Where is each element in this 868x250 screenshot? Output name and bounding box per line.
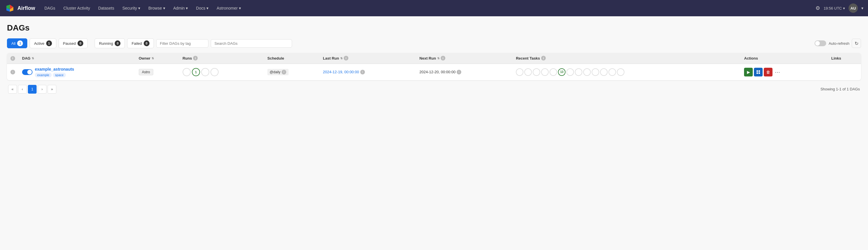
main-content: DAGs All 1 Active 1 Paused 0 Running 0 F… [0,16,868,98]
th-next-run: Next Run ⇅ i [416,53,513,64]
task-circle [592,68,599,76]
th-schedule: Schedule [264,53,319,64]
user-avatar[interactable]: AU [848,3,858,13]
schedule-badge: @daily i [267,69,288,75]
nextrun-sort-icon[interactable]: ⇅ [437,57,439,60]
svg-rect-7 [756,73,758,74]
th-dag: DAG ⇅ [19,53,135,64]
dag-sort-icon[interactable]: ⇅ [32,57,34,60]
nav-browse[interactable]: Browse ▾ [145,3,169,13]
avatar-chevron-icon[interactable]: ▾ [861,6,863,10]
pagination-page-1-button[interactable]: 1 [28,85,37,93]
docs-chevron-icon: ▾ [207,6,209,10]
pagination-prev-button[interactable]: ‹ [18,85,27,93]
admin-chevron-icon: ▾ [186,6,188,10]
task-circle [533,68,540,76]
last-run-link[interactable]: 2024-12-19, 00:00:00 i [323,70,412,75]
lastrun-info-icon[interactable]: i [344,56,348,60]
search-input[interactable] [211,39,292,48]
svg-rect-6 [758,71,760,72]
table-header-row: i DAG ⇅ Owner ⇅ Runs [7,53,861,64]
auto-refresh-toggle[interactable] [814,40,826,46]
pagination-first-button[interactable]: « [8,85,17,93]
filter-all-button[interactable]: All 1 [7,38,27,48]
nav-security[interactable]: Security ▾ [119,3,144,13]
row-info-icon[interactable]: i [10,70,15,75]
table-row: i example_astronauts examplespace Astro … [7,64,861,80]
last-run-cell: 2024-12-19, 00:00:00 i [319,64,416,80]
filter-active-button[interactable]: Active 1 [30,38,56,48]
auto-refresh-label: Auto-refresh [829,41,849,46]
brand-logo[interactable]: Airflow [5,3,35,13]
nav-astronomer[interactable]: Astronomer ▾ [213,3,244,13]
runs-cell: 1 [179,64,264,80]
header-info-icon[interactable]: i [10,56,15,61]
active-count-badge: 1 [46,40,52,46]
run-circle [211,68,219,76]
pagination: « ‹ 1 › » [8,85,56,93]
filter-running-button[interactable]: Running 0 [95,38,125,48]
filter-failed-button[interactable]: Failed 0 [127,38,154,48]
lastrun-sort-icon[interactable]: ⇅ [340,57,343,60]
pagination-next-button[interactable]: › [38,85,46,93]
task-circle: 13 [558,68,565,76]
next-run-cell: 2024-12-20, 00:00:00 i [416,64,513,80]
th-info: i [7,53,19,64]
filters-row: All 1 Active 1 Paused 0 Running 0 Failed… [7,38,861,48]
svg-rect-5 [756,71,758,72]
th-owner: Owner ⇅ [135,53,179,64]
task-circle [609,68,616,76]
dag-details-button[interactable] [754,68,763,77]
nav-admin[interactable]: Admin ▾ [170,3,192,13]
timezone-selector[interactable]: 19:56 UTC ▾ [824,6,845,10]
nextrun-info-icon[interactable]: i [441,56,445,60]
tag-filter-input[interactable] [156,39,209,48]
recent-tasks-cell: 13 [513,64,741,80]
task-circle [575,68,582,76]
task-circle [524,68,532,76]
nav-dags[interactable]: DAGs [41,3,59,13]
more-actions-button[interactable]: ⋯ [774,68,781,77]
page-title: DAGs [7,23,861,33]
browse-chevron-icon: ▾ [163,6,165,10]
next-run-text: 2024-12-20, 00:00:00 i [420,70,509,75]
dag-name-cell: example_astronauts examplespace [19,64,135,80]
svg-rect-8 [758,73,760,74]
nextrun-row-info-icon[interactable]: i [457,70,461,75]
refresh-button[interactable]: ↻ [852,39,861,48]
trigger-dag-button[interactable]: ▶ [744,68,753,77]
lastrun-row-info-icon[interactable]: i [360,70,365,75]
nav-docs[interactable]: Docs ▾ [192,3,212,13]
task-circle [583,68,591,76]
owner-cell: Astro [135,64,179,80]
owner-badge: Astro [139,69,153,75]
task-circle [600,68,608,76]
dag-toggle[interactable] [22,69,32,75]
pagination-last-button[interactable]: » [48,85,56,93]
recenttasks-info-icon[interactable]: i [541,56,546,60]
th-links: Links [828,53,861,64]
filter-paused-button[interactable]: Paused 0 [59,38,88,48]
pagination-area: « ‹ 1 › » Showing 1-1 of 1 DAGs [7,80,861,98]
nav-datasets[interactable]: Datasets [95,3,118,13]
schedule-info-icon[interactable]: i [282,70,286,75]
running-count-badge: 0 [115,40,121,46]
dag-name-link[interactable]: example_astronauts [35,67,74,72]
run-circle [183,68,191,76]
runs-info-icon[interactable]: i [193,56,198,60]
task-circle [516,68,523,76]
owner-sort-icon[interactable]: ⇅ [152,57,154,60]
task-circle [541,68,549,76]
actions-cell: ▶ 🗑 ⋯ [741,64,828,80]
nav-cluster-activity[interactable]: Cluster Activity [60,3,93,13]
auto-refresh-area: Auto-refresh ↻ [814,39,861,48]
task-circle [617,68,624,76]
dag-tag[interactable]: example [35,73,52,77]
delete-dag-button[interactable]: 🗑 [764,68,773,77]
dag-tag[interactable]: space [53,73,66,77]
refresh-icon: ↻ [855,41,859,46]
settings-icon[interactable]: ⚙ [815,5,820,11]
th-recent-tasks: Recent Tasks i [513,53,741,64]
links-cell [828,64,861,80]
run-circle: 1 [192,68,200,76]
